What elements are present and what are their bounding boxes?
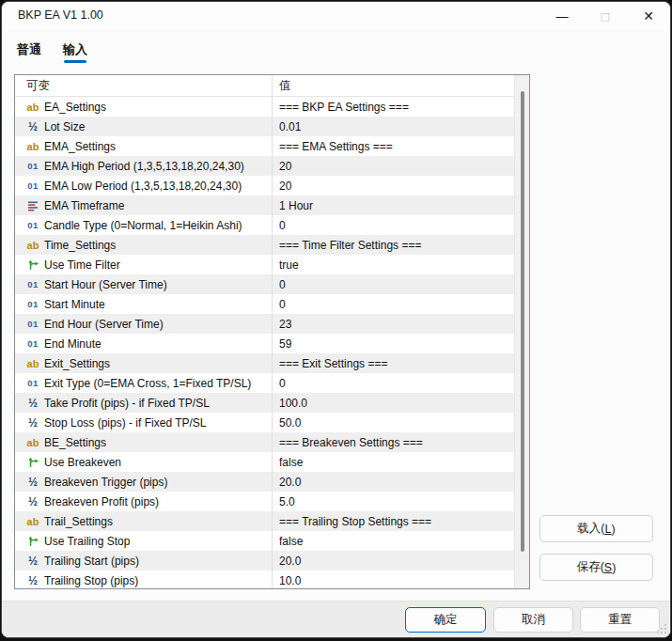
value-cell[interactable]: 0.01 xyxy=(273,117,514,136)
value-cell[interactable]: 0 xyxy=(273,294,514,314)
value-cell[interactable]: 20 xyxy=(273,156,514,176)
table-row[interactable]: 01EMA Low Period (1,3,5,13,18,20,24,30)2… xyxy=(15,176,514,195)
table-row[interactable]: Use Breakevenfalse xyxy=(15,452,514,472)
variable-cell: 01End Hour (Server Time) xyxy=(15,314,273,334)
value-cell[interactable]: === Trailing Stop Settings === xyxy=(273,511,514,531)
table-row[interactable]: abEMA_Settings=== EMA Settings === xyxy=(15,136,514,156)
variable-name: Breakeven Profit (pips) xyxy=(44,495,159,508)
value-cell[interactable]: false xyxy=(273,531,514,551)
value-cell[interactable]: === Time Filter Settings === xyxy=(273,235,514,255)
value-cell[interactable]: 0 xyxy=(273,274,514,294)
save-button[interactable]: 保存(S) xyxy=(539,554,653,581)
tab-common[interactable]: 普通 xyxy=(17,41,41,63)
variable-name: Trailing Stop (pips) xyxy=(44,574,138,587)
value-cell[interactable]: 23 xyxy=(273,314,514,334)
cancel-button[interactable]: 取消 xyxy=(493,607,573,633)
ok-button[interactable]: 确定 xyxy=(405,607,486,633)
vertical-scrollbar[interactable] xyxy=(514,75,529,588)
table-row[interactable]: ½Stop Loss (pips) - if Fixed TP/SL50.0 xyxy=(15,413,514,432)
variable-cell: ½Take Profit (pips) - if Fixed TP/SL xyxy=(15,393,273,413)
value-cell[interactable]: 20.0 xyxy=(273,472,514,492)
double-type-icon: ½ xyxy=(25,555,40,568)
resize-grip-icon[interactable] xyxy=(656,623,667,634)
variable-cell: ½Breakeven Trigger (pips) xyxy=(15,472,273,492)
table-row[interactable]: abExit_Settings=== Exit Settings === xyxy=(15,353,514,373)
variable-cell: abBE_Settings xyxy=(15,432,273,452)
value-cell[interactable]: 50.0 xyxy=(273,413,514,432)
value-cell[interactable]: === BKP EA Settings === xyxy=(273,97,514,117)
scrollbar-thumb[interactable] xyxy=(521,91,524,552)
double-type-icon: ½ xyxy=(25,416,40,430)
boolean-fork-icon xyxy=(25,456,40,469)
int-type-icon: 01 xyxy=(25,160,40,173)
table-row[interactable]: 01End Minute59 xyxy=(15,334,514,353)
variable-cell: Use Trailing Stop xyxy=(15,531,273,551)
value-cell[interactable]: false xyxy=(273,452,514,472)
variable-name: Exit_Settings xyxy=(44,357,110,370)
load-button-label: 载入( xyxy=(577,521,604,537)
variable-name: Use Time Filter xyxy=(44,258,120,272)
value-cell[interactable]: true xyxy=(273,255,514,274)
table-row[interactable]: 01EMA High Period (1,3,5,13,18,20,24,30)… xyxy=(15,156,514,176)
reset-button[interactable]: 重置 xyxy=(580,607,660,633)
value-cell[interactable]: 1 Hour xyxy=(273,195,514,215)
tab-inputs[interactable]: 输入 xyxy=(63,41,87,63)
variable-cell: ½Lot Size xyxy=(15,117,273,136)
table-row[interactable]: Use Trailing Stopfalse xyxy=(15,531,514,551)
table-row[interactable]: ½Breakeven Trigger (pips)20.0 xyxy=(15,472,514,492)
variable-name: EMA High Period (1,3,5,13,18,20,24,30) xyxy=(44,160,244,173)
double-type-icon: ½ xyxy=(25,495,40,508)
variable-cell: ½Trailing Stop (pips) xyxy=(15,571,273,588)
variable-cell: 01Exit Type (0=EMA Cross, 1=Fixed TP/SL) xyxy=(15,373,273,393)
double-type-icon: ½ xyxy=(25,574,40,587)
variable-name: End Minute xyxy=(44,337,102,351)
variable-cell: ½Breakeven Profit (pips) xyxy=(15,492,273,511)
variable-name: Use Trailing Stop xyxy=(44,535,130,548)
window-title: BKP EA V1 1.00 xyxy=(18,8,103,22)
value-cell[interactable]: === Exit Settings === xyxy=(273,353,514,373)
table-row[interactable]: ½Take Profit (pips) - if Fixed TP/SL100.… xyxy=(15,393,514,413)
table-row[interactable]: ½Trailing Stop (pips)10.0 xyxy=(15,571,514,588)
table-row[interactable]: ½Lot Size0.01 xyxy=(15,117,514,136)
variable-cell: 01End Minute xyxy=(15,334,273,353)
save-accelerator: S xyxy=(604,561,612,574)
table-row[interactable]: abTrail_Settings=== Trailing Stop Settin… xyxy=(15,511,514,531)
table-row[interactable]: EMA Timeframe1 Hour xyxy=(15,195,514,215)
value-cell[interactable]: 10.0 xyxy=(273,571,514,588)
value-cell[interactable]: 20.0 xyxy=(273,551,514,571)
table-row[interactable]: abEA_Settings=== BKP EA Settings === xyxy=(15,97,514,117)
table-row[interactable]: 01Candle Type (0=Normal, 1=Heikin Ashi)0 xyxy=(15,215,514,235)
value-cell[interactable]: === Breakeven Settings === xyxy=(273,432,514,452)
variable-name: Exit Type (0=EMA Cross, 1=Fixed TP/SL) xyxy=(44,377,251,390)
load-button[interactable]: 载入(L) xyxy=(539,515,653,542)
value-cell[interactable]: 0 xyxy=(273,215,514,235)
minimize-button[interactable]: — xyxy=(540,2,584,30)
table-row[interactable]: ½Breakeven Profit (pips)5.0 xyxy=(15,492,514,511)
table-row[interactable]: 01Start Minute0 xyxy=(15,294,514,314)
value-cell[interactable]: 5.0 xyxy=(273,492,514,511)
value-cell[interactable]: === EMA Settings === xyxy=(273,136,514,156)
value-cell[interactable]: 20 xyxy=(273,176,514,195)
table-row[interactable]: abTime_Settings=== Time Filter Settings … xyxy=(15,235,514,255)
value-cell[interactable]: 0 xyxy=(273,373,514,393)
table-row[interactable]: abBE_Settings=== Breakeven Settings === xyxy=(15,432,514,452)
variable-cell: ½Stop Loss (pips) - if Fixed TP/SL xyxy=(15,413,273,432)
table-header: 可变 值 xyxy=(15,75,529,97)
table-row[interactable]: 01Start Hour (Server Time)0 xyxy=(15,274,514,294)
variable-name: EMA Timeframe xyxy=(44,199,124,212)
variable-cell: abEMA_Settings xyxy=(15,136,273,156)
variable-cell: 01EMA High Period (1,3,5,13,18,20,24,30) xyxy=(15,156,273,176)
table-row[interactable]: 01End Hour (Server Time)23 xyxy=(15,314,514,334)
maximize-button[interactable]: ◻ xyxy=(584,2,627,30)
value-cell[interactable]: 59 xyxy=(273,334,514,353)
boolean-fork-icon xyxy=(25,258,40,272)
table-row[interactable]: 01Exit Type (0=EMA Cross, 1=Fixed TP/SL)… xyxy=(15,373,514,393)
int-type-icon: 01 xyxy=(25,377,40,390)
variable-name: Start Minute xyxy=(44,298,105,311)
table-row[interactable]: Use Time Filtertrue xyxy=(15,255,514,274)
table-row[interactable]: ½Trailing Start (pips)20.0 xyxy=(15,551,514,571)
window-controls: — ◻ ✕ xyxy=(540,2,670,30)
variable-name: EMA_Settings xyxy=(44,140,116,153)
value-cell[interactable]: 100.0 xyxy=(273,393,514,413)
close-button[interactable]: ✕ xyxy=(627,2,670,30)
